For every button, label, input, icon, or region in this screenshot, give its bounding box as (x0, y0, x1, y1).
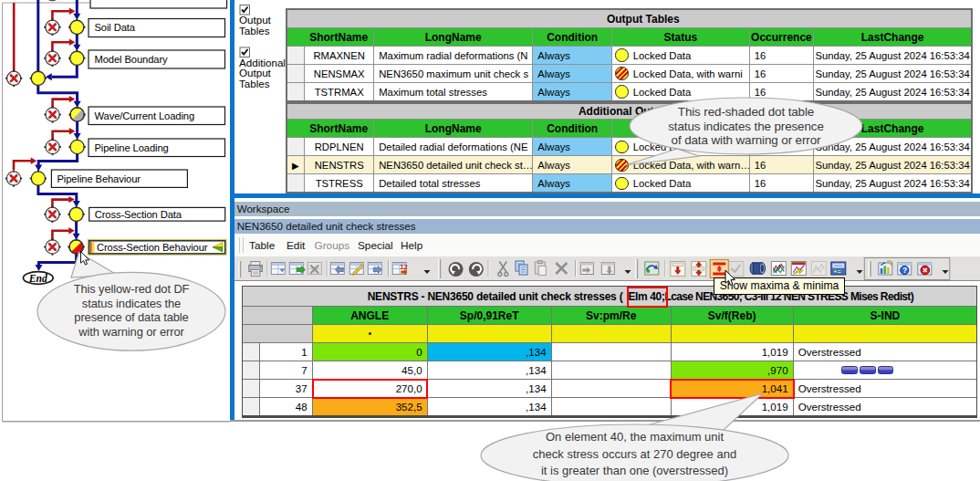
svg-text:Wave/Current Loading: Wave/Current Loading (95, 110, 195, 121)
svg-text:+=: += (833, 268, 840, 275)
svg-text:Model Boundary: Model Boundary (95, 54, 169, 65)
svg-text:Soil Data: Soil Data (95, 22, 136, 33)
svg-text:Pipeline Loading: Pipeline Loading (95, 142, 169, 153)
svg-text:12: 12 (400, 263, 407, 271)
svg-text:Cross-Section Data: Cross-Section Data (95, 209, 182, 220)
svg-text:Pipeline Behaviour: Pipeline Behaviour (57, 173, 141, 184)
svg-text:?: ? (902, 266, 907, 275)
svg-text:Cross-Section Behaviour: Cross-Section Behaviour (97, 242, 208, 253)
